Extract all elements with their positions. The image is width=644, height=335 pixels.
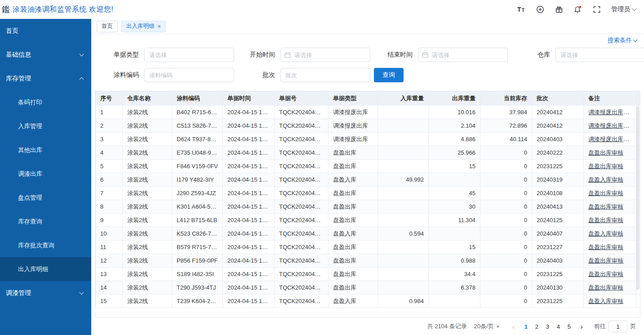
batch-input[interactable] <box>280 68 370 82</box>
sidebar-menu: 首页基础信息库存管理条码打印入库管理其他出库调漆出库盘点管理库存查询库存批次查询… <box>0 19 91 305</box>
document-type-input[interactable] <box>144 48 234 62</box>
warehouse-input[interactable] <box>555 48 644 62</box>
bell-icon[interactable] <box>573 5 582 14</box>
cell: 调漆报废出库审核 <box>584 106 636 119</box>
tab-出入库明细[interactable]: 出入库明细× <box>121 21 166 32</box>
remark-link[interactable]: 盘盈出库审核 <box>588 163 623 170</box>
cell: 盘盈出库审核 <box>584 254 636 268</box>
cell: 20231225 <box>532 160 584 173</box>
page-number-3[interactable]: 3 <box>542 323 553 330</box>
remark-link[interactable]: 盘盈入库审核 <box>588 230 623 237</box>
cell: 15 <box>96 295 123 308</box>
cell: 20240413 <box>532 200 584 214</box>
text-size-icon[interactable]: TT <box>517 5 526 14</box>
cell: 2024-04-15 14:... <box>223 160 275 173</box>
remark-link[interactable]: 盘盈出库审核 <box>588 190 623 197</box>
paint-code-input[interactable] <box>144 68 234 82</box>
table-row: 10涂装2线K523 C826-7MA2024-04-15 14:...TQCK… <box>96 227 641 241</box>
cell: L412 B715-6LB <box>172 214 223 227</box>
vertical-scrollbar[interactable] <box>636 106 640 290</box>
cell: 0 <box>480 241 532 254</box>
remark-link[interactable]: 盘盈出库审核 <box>588 149 623 156</box>
prev-page-button[interactable]: ‹ <box>509 323 518 331</box>
start-time-input[interactable] <box>280 48 370 62</box>
sidebar-subitem-其他出库[interactable]: 其他出库 <box>0 138 91 162</box>
scrollbar-gutter <box>636 92 641 106</box>
cell: 盘盈出库 <box>329 281 378 295</box>
plus-circle-icon[interactable] <box>536 5 545 14</box>
cell: 调漆报废出库 <box>329 119 378 133</box>
cell: TQCK2024041.... <box>275 295 329 308</box>
sidebar-subitem-入库管理[interactable]: 入库管理 <box>0 114 91 138</box>
search-conditions-toggle[interactable]: 搜索条件 <box>608 36 637 45</box>
cell: 20240412 <box>532 106 584 119</box>
end-time-input[interactable] <box>418 48 508 62</box>
sidebar-subitem-出入库明细[interactable]: 出入库明细 <box>0 257 91 281</box>
remark-link[interactable]: 盘盈出库审核 <box>588 257 623 264</box>
sidebar-subitem-条码打印[interactable]: 条码打印 <box>0 90 91 114</box>
tab-首页[interactable]: 首页 <box>97 21 118 32</box>
user-name: 管理员 <box>611 5 630 13</box>
page-number-1[interactable]: 1 <box>520 323 531 330</box>
page-number-2[interactable]: 2 <box>531 323 542 330</box>
cell: 0 <box>480 187 532 200</box>
cell: 20240403 <box>532 254 584 268</box>
remark-link[interactable]: 盘盈入库审核 <box>588 298 623 304</box>
cell: 盘盈入库 <box>329 227 378 241</box>
sidebar-item-label: 基础信息 <box>6 51 31 59</box>
remark-link[interactable]: 盘盈出库审核 <box>588 217 623 223</box>
table-row: 12涂装2线P856 F159-0PF2024-04-15 14:...TQCK… <box>96 254 641 268</box>
table-row: 1涂装2线B402 R715-6BR2024-04-15 15:...TQCK2… <box>96 106 641 119</box>
cell: 盘盈出库 <box>329 254 378 268</box>
page-number-5[interactable]: 5 <box>564 323 574 330</box>
fullscreen-icon[interactable] <box>592 5 601 14</box>
close-icon[interactable]: × <box>158 23 161 29</box>
cell: 7 <box>96 187 123 200</box>
sidebar-item-调漆管理[interactable]: 调漆管理 <box>0 281 91 305</box>
cell: C513 S826-7CS <box>172 119 223 133</box>
remark-link[interactable]: 调漆报废出库审核 <box>588 136 635 143</box>
top-bar: 鑑 涂装油漆调和监管系统 欢迎您! TT 管理员 <box>0 0 644 19</box>
sidebar-subitem-库存批次查询[interactable]: 库存批次查询 <box>0 233 91 257</box>
sidebar-item-库存管理[interactable]: 库存管理 <box>0 67 91 90</box>
remark-link[interactable]: 调漆报废出库审核 <box>588 109 635 116</box>
next-page-button[interactable]: › <box>577 323 586 331</box>
column-header-批次: 批次 <box>532 92 584 106</box>
sidebar-subitem-调漆出库[interactable]: 调漆出库 <box>0 162 91 186</box>
sidebar-item-首页[interactable]: 首页 <box>0 19 91 43</box>
remark-link[interactable]: 盘盈出库审核 <box>588 271 623 277</box>
cell: 0 <box>480 173 532 187</box>
cell: 盘盈出库 <box>329 200 378 214</box>
cell: 涂装2线 <box>123 295 172 308</box>
cell <box>378 214 429 227</box>
query-button[interactable]: 查询 <box>374 68 404 82</box>
data-table: 序号仓库名称涂料编码单据时间单据号单据类型入库重量出库重量当前库存批次备注 1涂… <box>95 91 640 308</box>
cell: 涂装2线 <box>123 281 172 295</box>
page-size-select[interactable]: 20条/页 ▼ <box>474 322 500 331</box>
gift-icon[interactable] <box>555 5 564 14</box>
cell: 调漆报废出库审核 <box>584 119 636 133</box>
cell: 0 <box>480 254 532 268</box>
sidebar-subitem-库存查询[interactable]: 库存查询 <box>0 210 91 233</box>
remark-link[interactable]: 盘盈出库审核 <box>588 203 623 210</box>
sidebar-item-基础信息[interactable]: 基础信息 <box>0 43 91 67</box>
cell: TQCK2024041.... <box>275 214 329 227</box>
goto-page-input[interactable] <box>608 321 627 332</box>
user-menu[interactable]: 管理员 <box>611 5 636 13</box>
page-number-4[interactable]: 4 <box>553 323 564 330</box>
table-header-row: 序号仓库名称涂料编码单据时间单据号单据类型入库重量出库重量当前库存批次备注 <box>96 92 641 106</box>
field-label: 批次 <box>234 71 280 79</box>
sidebar-subitem-盘点管理[interactable]: 盘点管理 <box>0 186 91 210</box>
remark-link[interactable]: 盘盈出库审核 <box>588 244 623 250</box>
remark-link[interactable]: 盘盈入库审核 <box>588 176 623 183</box>
remark-link[interactable]: 调漆报废出库审核 <box>588 122 635 129</box>
search-toggle-label: 搜索条件 <box>608 36 632 45</box>
cell: 10 <box>96 227 123 241</box>
field-document-type: 单据类型 <box>105 48 234 62</box>
cell: 2024-04-15 14:... <box>223 268 275 281</box>
cell: 45 <box>429 187 480 200</box>
cell: T290 J593-4TJ <box>172 281 223 295</box>
cell <box>378 254 429 268</box>
remark-link[interactable]: 盘盈出库审核 <box>588 284 623 291</box>
cell: 72.896 <box>480 119 532 133</box>
